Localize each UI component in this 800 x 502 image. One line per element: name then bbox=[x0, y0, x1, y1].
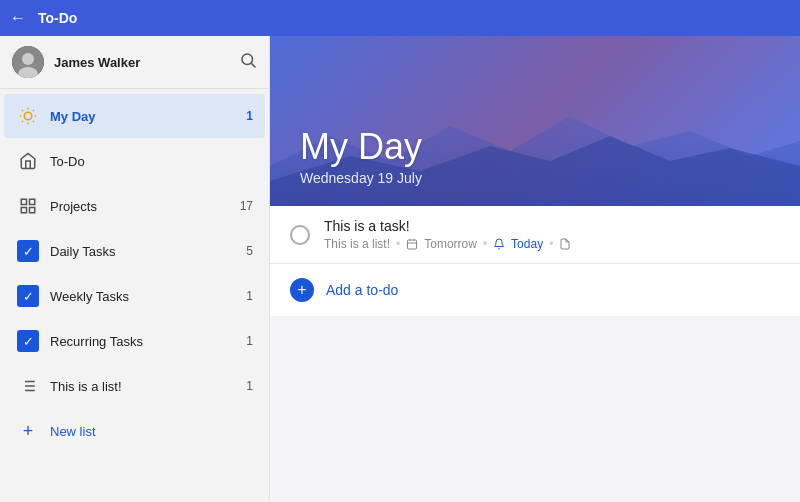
recurring-tasks-check-icon: ✓ bbox=[16, 329, 40, 353]
task-completion-circle[interactable] bbox=[290, 225, 310, 245]
app-title: To-Do bbox=[38, 10, 77, 26]
sidebar-item-daily-tasks-label: Daily Tasks bbox=[50, 244, 242, 259]
sidebar-item-daily-tasks[interactable]: ✓ Daily Tasks 5 bbox=[4, 229, 265, 273]
task-content: This is a task! This is a list! • bbox=[324, 218, 780, 251]
new-list-label: New list bbox=[50, 424, 96, 439]
svg-rect-14 bbox=[21, 199, 26, 204]
task-reminder-icon bbox=[493, 238, 505, 250]
svg-point-3 bbox=[242, 54, 253, 65]
sidebar-item-daily-tasks-count: 5 bbox=[246, 244, 253, 258]
content-body: This is a task! This is a list! • bbox=[270, 206, 800, 502]
task-note-icon bbox=[559, 238, 571, 250]
sidebar-item-my-day-count: 1 bbox=[246, 109, 253, 123]
daily-tasks-check-icon: ✓ bbox=[16, 239, 40, 263]
main-layout: James Walker bbox=[0, 36, 800, 502]
svg-line-4 bbox=[251, 63, 255, 67]
sidebar-item-projects-count: 17 bbox=[240, 199, 253, 213]
add-todo-button[interactable]: + Add a to-do bbox=[270, 264, 800, 316]
sidebar-item-this-is-a-list-label: This is a list! bbox=[50, 379, 242, 394]
sidebar: James Walker bbox=[0, 36, 270, 502]
sidebar-item-projects-label: Projects bbox=[50, 199, 236, 214]
sidebar-item-recurring-tasks-label: Recurring Tasks bbox=[50, 334, 242, 349]
new-list-button[interactable]: + New list bbox=[4, 409, 265, 453]
sidebar-item-recurring-tasks-count: 1 bbox=[246, 334, 253, 348]
sidebar-item-this-is-a-list-count: 1 bbox=[246, 379, 253, 393]
sidebar-nav: My Day 1 To-Do bbox=[0, 89, 269, 502]
sun-icon bbox=[16, 104, 40, 128]
content-area: My Day Wednesday 19 July This is a task!… bbox=[270, 36, 800, 502]
sidebar-item-recurring-tasks[interactable]: ✓ Recurring Tasks 1 bbox=[4, 319, 265, 363]
task-name: This is a task! bbox=[324, 218, 780, 234]
task-list-name: This is a list! bbox=[324, 237, 390, 251]
sidebar-item-this-is-a-list[interactable]: This is a list! 1 bbox=[4, 364, 265, 408]
grid-icon bbox=[16, 194, 40, 218]
home-icon bbox=[16, 149, 40, 173]
plus-icon: + bbox=[16, 419, 40, 443]
task-due-label: Tomorrow bbox=[424, 237, 477, 251]
table-row[interactable]: This is a task! This is a list! • bbox=[270, 206, 800, 264]
sidebar-item-todo-label: To-Do bbox=[50, 154, 253, 169]
add-todo-label: Add a to-do bbox=[326, 282, 398, 298]
back-button[interactable]: ← bbox=[10, 9, 26, 27]
sidebar-item-weekly-tasks[interactable]: ✓ Weekly Tasks 1 bbox=[4, 274, 265, 318]
task-meta: This is a list! • Tomorrow • bbox=[324, 237, 780, 251]
svg-rect-15 bbox=[30, 199, 35, 204]
svg-point-1 bbox=[22, 53, 34, 65]
svg-rect-16 bbox=[21, 208, 26, 213]
svg-rect-26 bbox=[408, 240, 417, 249]
meta-dot-3: • bbox=[549, 237, 553, 251]
task-reminder-label: Today bbox=[511, 237, 543, 251]
sidebar-item-todo[interactable]: To-Do bbox=[4, 139, 265, 183]
sidebar-item-projects[interactable]: Projects 17 bbox=[4, 184, 265, 228]
top-bar: ← To-Do bbox=[0, 0, 800, 36]
sidebar-item-weekly-tasks-label: Weekly Tasks bbox=[50, 289, 242, 304]
avatar bbox=[12, 46, 44, 78]
page-subtitle: Wednesday 19 July bbox=[300, 170, 770, 186]
weekly-tasks-check-icon: ✓ bbox=[16, 284, 40, 308]
user-name: James Walker bbox=[54, 55, 239, 70]
svg-line-9 bbox=[33, 121, 34, 122]
svg-point-5 bbox=[24, 112, 32, 120]
content-header: My Day Wednesday 19 July bbox=[270, 36, 800, 206]
add-todo-plus-icon: + bbox=[290, 278, 314, 302]
sidebar-item-weekly-tasks-count: 1 bbox=[246, 289, 253, 303]
svg-line-13 bbox=[33, 110, 34, 111]
svg-line-8 bbox=[22, 110, 23, 111]
svg-line-12 bbox=[22, 121, 23, 122]
search-icon[interactable] bbox=[239, 51, 257, 73]
task-due-icon bbox=[406, 238, 418, 250]
sidebar-item-my-day-label: My Day bbox=[50, 109, 242, 124]
meta-dot-2: • bbox=[483, 237, 487, 251]
meta-dot-1: • bbox=[396, 237, 400, 251]
sidebar-item-my-day[interactable]: My Day 1 bbox=[4, 94, 265, 138]
svg-rect-17 bbox=[30, 208, 35, 213]
page-title: My Day bbox=[300, 126, 770, 168]
sidebar-header: James Walker bbox=[0, 36, 269, 89]
list-icon bbox=[16, 374, 40, 398]
